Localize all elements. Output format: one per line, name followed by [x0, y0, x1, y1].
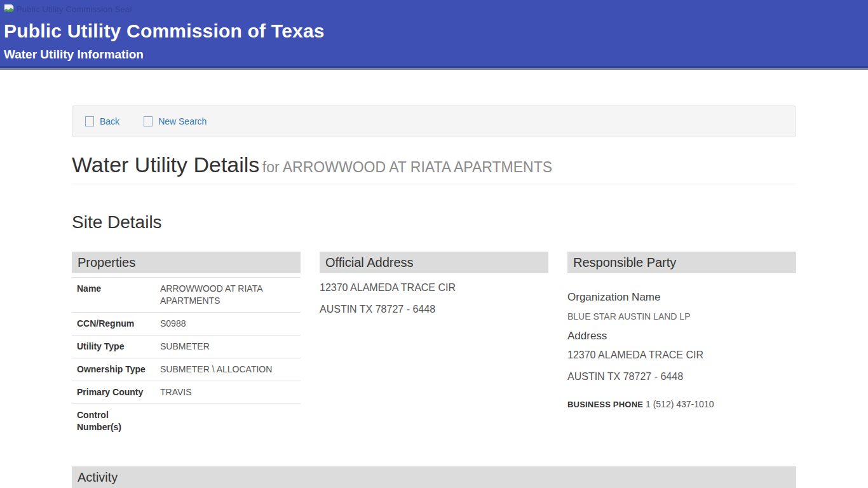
- seal-row: Public Utility Commission Seal: [4, 3, 868, 15]
- business-phone-row: BUSINESS PHONE 1 (512) 437-1010: [567, 399, 796, 409]
- table-row: Name ARROWWOOD AT RIATA APARTMENTS: [72, 278, 301, 313]
- business-phone-value: 1 (512) 437-1010: [646, 399, 714, 409]
- table-row: Ownership Type SUBMETER \ ALLOCATION: [72, 358, 301, 381]
- back-icon: [85, 116, 94, 126]
- official-address-column: Official Address 12370 ALAMEDA TRACE CIR…: [320, 252, 548, 438]
- property-label: Primary County: [72, 381, 155, 404]
- new-search-button[interactable]: New Search: [144, 116, 207, 126]
- back-button[interactable]: Back: [85, 116, 119, 126]
- toolbar: Back New Search: [72, 105, 796, 137]
- back-label: Back: [100, 116, 119, 126]
- activity-header: Activity: [72, 466, 796, 488]
- property-label: Utility Type: [72, 336, 155, 358]
- responsible-party-header: Responsible Party: [567, 252, 796, 273]
- page-header: Water Utility Details for ARROWWOOD AT R…: [72, 152, 796, 184]
- broken-image-icon: [4, 4, 14, 14]
- property-label: Ownership Type: [72, 358, 155, 381]
- property-value: [155, 404, 301, 439]
- property-label: Control Number(s): [72, 404, 155, 439]
- organization-name-value: BLUE STAR AUSTIN LAND LP: [567, 311, 796, 323]
- site-details-heading: Site Details: [72, 212, 796, 233]
- site-title: Public Utility Commission of Texas: [4, 20, 868, 42]
- official-address-line: AUSTIN TX 78727 - 6448: [320, 302, 548, 316]
- address-label: Address: [567, 329, 796, 343]
- business-phone-label: BUSINESS PHONE: [567, 400, 643, 409]
- properties-header: Properties: [72, 252, 301, 273]
- property-value: TRAVIS: [155, 381, 301, 404]
- responsible-address-line: AUSTIN TX 78727 - 6448: [567, 370, 796, 384]
- official-address-header: Official Address: [320, 252, 548, 273]
- new-search-label: New Search: [158, 116, 207, 126]
- page-title: Water Utility Details: [72, 152, 259, 177]
- seal-alt-text: Public Utility Commission Seal: [17, 4, 132, 14]
- new-search-icon: [144, 116, 153, 126]
- site-details-columns: Properties Name ARROWWOOD AT RIATA APART…: [72, 252, 796, 438]
- site-header: Public Utility Commission Seal Public Ut…: [0, 0, 868, 70]
- table-row: Control Number(s): [72, 404, 301, 439]
- property-value: SUBMETER: [155, 336, 301, 358]
- table-row: CCN/Regnum S0988: [72, 313, 301, 336]
- property-value: SUBMETER \ ALLOCATION: [155, 358, 301, 381]
- main-container: Back New Search Water Utility Details fo…: [72, 105, 796, 488]
- site-subtitle: Water Utility Information: [4, 48, 868, 62]
- property-label: CCN/Regnum: [72, 313, 155, 336]
- property-label: Name: [72, 278, 155, 313]
- page-title-subject: for ARROWWOOD AT RIATA APARTMENTS: [262, 159, 552, 175]
- properties-column: Properties Name ARROWWOOD AT RIATA APART…: [72, 252, 301, 438]
- property-value: ARROWWOOD AT RIATA APARTMENTS: [155, 278, 301, 313]
- responsible-address-line: 12370 ALAMEDA TRACE CIR: [567, 348, 796, 362]
- organization-name-label: Organization Name: [567, 290, 796, 304]
- property-value: S0988: [155, 313, 301, 336]
- official-address-line: 12370 ALAMEDA TRACE CIR: [320, 281, 548, 295]
- table-row: Utility Type SUBMETER: [72, 336, 301, 358]
- responsible-party-column: Responsible Party Organization Name BLUE…: [567, 252, 796, 438]
- table-row: Primary County TRAVIS: [72, 381, 301, 404]
- properties-table: Name ARROWWOOD AT RIATA APARTMENTS CCN/R…: [72, 277, 301, 438]
